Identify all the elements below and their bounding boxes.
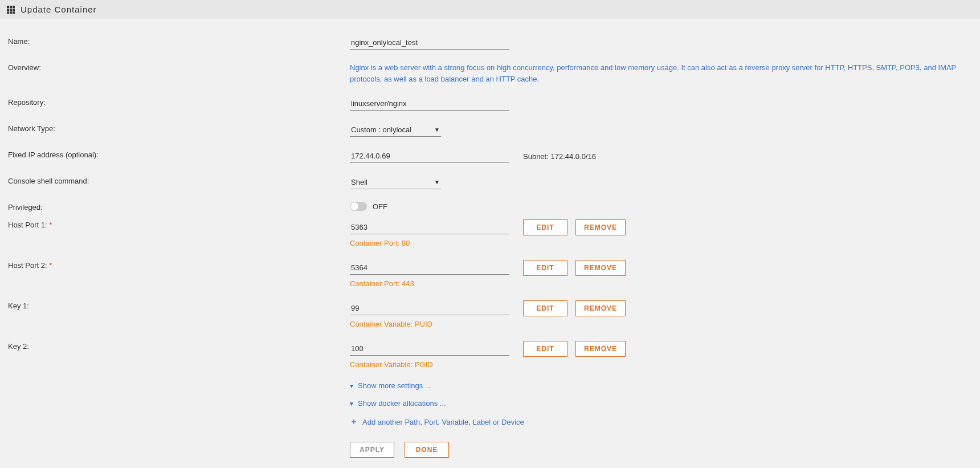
remove-button[interactable]: Remove [575,260,626,276]
host-port-1-input[interactable] [350,221,509,234]
subnet-text: Subnet: 172.44.0.0/16 [523,152,596,161]
privileged-state: OFF [373,202,387,211]
apps-grid-icon [7,6,15,14]
remove-button[interactable]: Remove [575,341,626,357]
label-fixed-ip: Fixed IP address (optional): [8,149,350,159]
host-port-1-sub: Container Port: 80 [350,239,972,247]
chevron-down-icon: ▼ [434,127,440,133]
host-port-2-input[interactable] [350,261,509,275]
label-network-type: Network Type: [8,123,350,133]
key-1-sub: Container Variable: PUID [350,320,972,328]
network-type-select[interactable]: Custom : onlylocal ▼ [350,123,441,137]
overview-text: Nginx is a web server with a strong focu… [350,62,972,84]
show-more-settings-link[interactable]: ▾ Show more settings ... [350,381,972,390]
required-marker: * [47,261,52,270]
show-docker-allocations-link[interactable]: ▾ Show docker allocations ... [350,399,972,408]
label-key-1: Key 1: [8,300,350,310]
key-1-input[interactable] [350,302,509,315]
label-privileged: Privileged: [8,202,350,211]
label-host-port-1: Host Port 1: * [8,219,350,229]
repository-input[interactable] [350,97,509,111]
key-2-input[interactable] [350,342,509,356]
network-type-value: Custom : onlylocal [351,125,411,134]
label-name: Name: [8,36,350,46]
edit-button[interactable]: Edit [523,300,567,316]
apply-button[interactable]: Apply [350,442,394,458]
add-another-link[interactable]: ＋ Add another Path, Port, Variable, Labe… [350,417,972,427]
key-2-sub: Container Variable: PGID [350,360,972,369]
form-content: Name: Overview: Nginx is a web server wi… [0,19,980,468]
label-repository: Repository: [8,97,350,107]
label-overview: Overview: [8,62,350,72]
chevron-down-icon: ▾ [350,400,353,408]
page-title: Update Container [21,5,97,14]
chevron-down-icon: ▼ [434,179,440,185]
remove-button[interactable]: Remove [575,300,626,316]
label-key-2: Key 2: [8,341,350,351]
console-value: Shell [351,178,368,186]
edit-button[interactable]: Edit [523,260,567,276]
remove-button[interactable]: Remove [575,219,626,235]
host-port-2-sub: Container Port: 443 [350,279,972,288]
fixed-ip-input[interactable] [350,149,509,163]
label-host-port-2: Host Port 2: * [8,260,350,270]
label-console: Console shell command: [8,176,350,185]
privileged-toggle[interactable] [350,202,367,211]
name-input[interactable] [350,36,509,50]
done-button[interactable]: Done [405,442,449,458]
console-select[interactable]: Shell ▼ [350,176,441,189]
plus-icon: ＋ [350,417,358,427]
edit-button[interactable]: Edit [523,219,567,235]
required-marker: * [47,221,52,229]
edit-button[interactable]: Edit [523,341,567,357]
page-header: Update Container [0,0,980,19]
chevron-down-icon: ▾ [350,382,353,390]
